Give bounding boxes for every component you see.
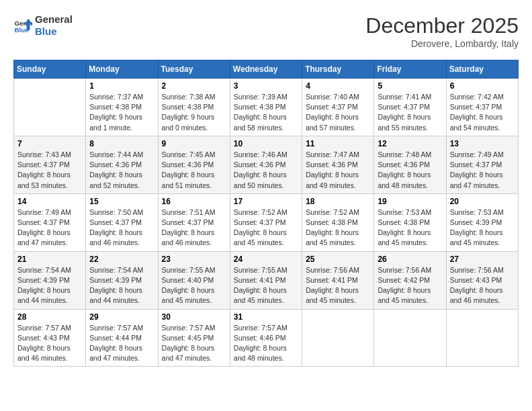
day-info: Sunrise: 7:40 AMSunset: 4:37 PMDaylight:… (306, 92, 370, 133)
day-header-wednesday: Wednesday (230, 60, 302, 79)
day-info: Sunrise: 7:54 AMSunset: 4:39 PMDaylight:… (89, 265, 154, 306)
calendar-cell: 6Sunrise: 7:42 AMSunset: 4:37 PMDaylight… (446, 79, 518, 136)
day-number: 29 (89, 312, 154, 322)
day-number: 11 (306, 139, 370, 148)
calendar-cell (374, 309, 446, 367)
day-info: Sunrise: 7:41 AMSunset: 4:37 PMDaylight:… (378, 92, 442, 133)
day-info: Sunrise: 7:48 AMSunset: 4:36 PMDaylight:… (378, 150, 442, 191)
calendar-week-1: 1Sunrise: 7:37 AMSunset: 4:38 PMDaylight… (14, 79, 519, 136)
calendar-week-3: 14Sunrise: 7:49 AMSunset: 4:37 PMDayligh… (14, 193, 519, 251)
day-header-friday: Friday (374, 60, 446, 79)
logo-line1: General (35, 13, 73, 26)
day-number: 22 (89, 255, 154, 264)
calendar-cell: 13Sunrise: 7:49 AMSunset: 4:37 PMDayligh… (446, 136, 518, 193)
calendar-cell: 4Sunrise: 7:40 AMSunset: 4:37 PMDaylight… (302, 79, 374, 136)
day-number: 13 (450, 139, 515, 148)
day-info: Sunrise: 7:56 AMSunset: 4:42 PMDaylight:… (378, 265, 442, 306)
calendar-cell: 27Sunrise: 7:56 AMSunset: 4:43 PMDayligh… (446, 251, 518, 309)
day-number: 1 (89, 81, 154, 91)
day-number: 24 (234, 255, 298, 264)
day-info: Sunrise: 7:51 AMSunset: 4:37 PMDaylight:… (162, 208, 226, 248)
day-info: Sunrise: 7:38 AMSunset: 4:38 PMDaylight:… (162, 92, 226, 133)
day-number: 10 (234, 139, 298, 148)
day-number: 30 (162, 312, 226, 322)
calendar-cell: 7Sunrise: 7:43 AMSunset: 4:37 PMDaylight… (14, 136, 86, 193)
day-number: 28 (17, 312, 82, 322)
day-info: Sunrise: 7:53 AMSunset: 4:39 PMDaylight:… (450, 208, 515, 248)
calendar-body: 1Sunrise: 7:37 AMSunset: 4:38 PMDaylight… (14, 79, 519, 367)
calendar-cell: 25Sunrise: 7:56 AMSunset: 4:41 PMDayligh… (302, 251, 374, 309)
day-number: 21 (17, 255, 82, 264)
day-info: Sunrise: 7:46 AMSunset: 4:36 PMDaylight:… (234, 150, 298, 191)
day-number: 15 (89, 197, 154, 206)
calendar-week-4: 21Sunrise: 7:54 AMSunset: 4:39 PMDayligh… (14, 251, 519, 309)
calendar-cell: 15Sunrise: 7:50 AMSunset: 4:37 PMDayligh… (86, 193, 158, 251)
day-number: 20 (450, 197, 515, 206)
calendar-cell: 19Sunrise: 7:53 AMSunset: 4:38 PMDayligh… (374, 193, 446, 251)
day-number: 18 (306, 197, 370, 206)
calendar-cell: 30Sunrise: 7:57 AMSunset: 4:45 PMDayligh… (158, 309, 230, 367)
calendar-cell (302, 309, 374, 367)
calendar-cell: 9Sunrise: 7:45 AMSunset: 4:36 PMDaylight… (158, 136, 230, 193)
day-number: 3 (234, 81, 298, 91)
day-number: 25 (306, 255, 370, 264)
calendar-week-2: 7Sunrise: 7:43 AMSunset: 4:37 PMDaylight… (14, 136, 519, 193)
day-info: Sunrise: 7:57 AMSunset: 4:43 PMDaylight:… (17, 323, 82, 364)
day-header-sunday: Sunday (14, 60, 86, 79)
calendar-cell: 12Sunrise: 7:48 AMSunset: 4:36 PMDayligh… (374, 136, 446, 193)
day-info: Sunrise: 7:57 AMSunset: 4:45 PMDaylight:… (162, 323, 226, 364)
calendar-cell: 29Sunrise: 7:57 AMSunset: 4:44 PMDayligh… (86, 309, 158, 367)
day-number: 14 (17, 197, 82, 206)
day-number: 2 (162, 81, 226, 91)
calendar-cell (14, 79, 86, 136)
day-header-thursday: Thursday (302, 60, 374, 79)
day-number: 19 (378, 197, 442, 206)
logo-icon: General Blue (13, 16, 32, 35)
calendar-cell: 10Sunrise: 7:46 AMSunset: 4:36 PMDayligh… (230, 136, 302, 193)
calendar-cell: 24Sunrise: 7:55 AMSunset: 4:41 PMDayligh… (230, 251, 302, 309)
day-info: Sunrise: 7:55 AMSunset: 4:41 PMDaylight:… (234, 265, 298, 306)
calendar-cell: 2Sunrise: 7:38 AMSunset: 4:38 PMDaylight… (158, 79, 230, 136)
day-number: 27 (450, 255, 515, 264)
calendar-header: SundayMondayTuesdayWednesdayThursdayFrid… (14, 60, 519, 79)
calendar-cell: 3Sunrise: 7:39 AMSunset: 4:38 PMDaylight… (230, 79, 302, 136)
day-info: Sunrise: 7:39 AMSunset: 4:38 PMDaylight:… (234, 92, 298, 133)
location: Derovere, Lombardy, Italy (365, 38, 519, 49)
day-info: Sunrise: 7:43 AMSunset: 4:37 PMDaylight:… (17, 150, 82, 191)
day-number: 31 (234, 312, 298, 322)
title-block: December 2025 Derovere, Lombardy, Italy (365, 13, 519, 49)
calendar-cell: 17Sunrise: 7:52 AMSunset: 4:37 PMDayligh… (230, 193, 302, 251)
day-number: 23 (162, 255, 226, 264)
day-info: Sunrise: 7:52 AMSunset: 4:38 PMDaylight:… (306, 208, 370, 248)
day-info: Sunrise: 7:55 AMSunset: 4:40 PMDaylight:… (162, 265, 226, 306)
calendar-cell: 14Sunrise: 7:49 AMSunset: 4:37 PMDayligh… (14, 193, 86, 251)
calendar-cell: 28Sunrise: 7:57 AMSunset: 4:43 PMDayligh… (14, 309, 86, 367)
day-info: Sunrise: 7:47 AMSunset: 4:36 PMDaylight:… (306, 150, 370, 191)
day-info: Sunrise: 7:45 AMSunset: 4:36 PMDaylight:… (162, 150, 226, 191)
page-header: General Blue General Blue December 2025 … (13, 13, 519, 49)
day-info: Sunrise: 7:53 AMSunset: 4:38 PMDaylight:… (378, 208, 442, 248)
day-number: 26 (378, 255, 442, 264)
calendar-cell (446, 309, 518, 367)
day-info: Sunrise: 7:42 AMSunset: 4:37 PMDaylight:… (450, 92, 515, 133)
logo-line2: Blue (35, 26, 73, 38)
day-info: Sunrise: 7:54 AMSunset: 4:39 PMDaylight:… (17, 265, 82, 306)
day-number: 9 (162, 139, 226, 148)
day-header-monday: Monday (86, 60, 158, 79)
day-number: 5 (378, 81, 442, 91)
day-number: 7 (17, 139, 82, 148)
logo: General Blue General Blue (13, 13, 73, 38)
day-number: 12 (378, 139, 442, 148)
calendar-cell: 5Sunrise: 7:41 AMSunset: 4:37 PMDaylight… (374, 79, 446, 136)
day-number: 16 (162, 197, 226, 206)
month-title: December 2025 (365, 13, 519, 38)
calendar-cell: 8Sunrise: 7:44 AMSunset: 4:36 PMDaylight… (86, 136, 158, 193)
calendar-cell: 11Sunrise: 7:47 AMSunset: 4:36 PMDayligh… (302, 136, 374, 193)
calendar-cell: 20Sunrise: 7:53 AMSunset: 4:39 PMDayligh… (446, 193, 518, 251)
day-header-tuesday: Tuesday (158, 60, 230, 79)
day-info: Sunrise: 7:37 AMSunset: 4:38 PMDaylight:… (89, 92, 154, 133)
day-info: Sunrise: 7:49 AMSunset: 4:37 PMDaylight:… (450, 150, 515, 191)
calendar-cell: 18Sunrise: 7:52 AMSunset: 4:38 PMDayligh… (302, 193, 374, 251)
day-header-saturday: Saturday (446, 60, 518, 79)
day-info: Sunrise: 7:56 AMSunset: 4:43 PMDaylight:… (450, 265, 515, 306)
